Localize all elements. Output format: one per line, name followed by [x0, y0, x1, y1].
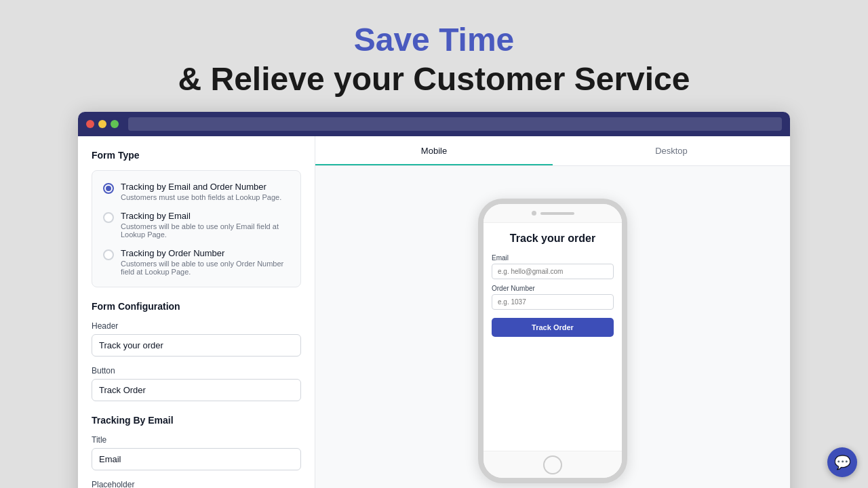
radio-option-email-order[interactable]: Tracking by Email and Order Number Custo…	[103, 182, 290, 201]
phone-speaker	[540, 212, 574, 215]
chat-bubble[interactable]: 💬	[827, 447, 857, 477]
button-input[interactable]	[92, 379, 301, 401]
button-field-label: Button	[92, 366, 301, 375]
phone-order-label: Order Number	[492, 285, 614, 292]
title-field-label: Title	[92, 435, 301, 445]
browser-address-bar[interactable]	[128, 117, 782, 131]
radio-email-only-desc: Customers will be able to use only Email…	[121, 222, 290, 239]
header-field-label: Header	[92, 321, 301, 331]
form-config-title: Form Configuration	[92, 301, 301, 312]
header-input[interactable]	[92, 334, 301, 357]
right-panel: Mobile Desktop Track your order Email	[315, 136, 790, 488]
phone-bottom	[484, 451, 622, 478]
placeholder-field-label: Placeholder	[92, 480, 301, 488]
form-type-section: Tracking by Email and Order Number Custo…	[92, 170, 301, 287]
placeholder-field-group: Placeholder	[92, 480, 301, 488]
chat-icon: 💬	[834, 454, 851, 470]
tab-desktop[interactable]: Desktop	[553, 136, 790, 165]
radio-option-email-only[interactable]: Tracking by Email Customers will be able…	[103, 211, 290, 239]
browser-toolbar	[78, 112, 790, 136]
header-field-group: Header	[92, 321, 301, 357]
radio-order-only[interactable]	[103, 249, 114, 260]
browser-body: Form Type Tracking by Email and Order Nu…	[78, 136, 790, 488]
radio-email-order-desc: Customers must use both fields at Lookup…	[121, 193, 281, 201]
tracking-email-title: Tracking By Email	[92, 415, 301, 426]
button-field-group: Button	[92, 366, 301, 401]
browser-dot-yellow	[98, 120, 106, 128]
browser-dot-red	[86, 120, 94, 128]
radio-email-order[interactable]	[103, 183, 114, 194]
radio-email-only[interactable]	[103, 212, 114, 223]
radio-email-only-label: Tracking by Email	[121, 211, 290, 221]
title-field-group: Title	[92, 435, 301, 470]
phone-order-input[interactable]	[492, 294, 614, 310]
form-config-section: Form Configuration Header Button	[92, 301, 301, 401]
browser-dot-green	[111, 120, 119, 128]
phone-form-title: Track your order	[492, 232, 614, 245]
radio-order-only-desc: Customers will be able to use only Order…	[121, 260, 290, 276]
browser-mockup: Form Type Tracking by Email and Order Nu…	[78, 112, 790, 488]
radio-option-order-only[interactable]: Tracking by Order Number Customers will …	[103, 248, 290, 276]
phone-mockup: Track your order Email Order Number Trac…	[478, 199, 627, 483]
preview-area: Track your order Email Order Number Trac…	[315, 166, 790, 488]
phone-content: Track your order Email Order Number Trac…	[484, 223, 622, 451]
phone-home-button[interactable]	[543, 455, 562, 474]
phone-camera	[532, 211, 536, 216]
page-header: Save Time & Relieve your Customer Servic…	[0, 0, 868, 112]
tracking-email-section: Tracking By Email Title Placeholder	[92, 415, 301, 488]
headline-dark: & Relieve your Customer Service	[178, 61, 690, 97]
left-panel: Form Type Tracking by Email and Order Nu…	[78, 136, 315, 488]
phone-email-input[interactable]	[492, 264, 614, 279]
view-tabs: Mobile Desktop	[315, 136, 790, 166]
phone-track-button[interactable]: Track Order	[492, 318, 614, 337]
form-type-title: Form Type	[92, 150, 301, 161]
tab-mobile[interactable]: Mobile	[315, 136, 553, 165]
radio-email-order-label: Tracking by Email and Order Number	[121, 182, 281, 192]
title-input[interactable]	[92, 448, 301, 470]
phone-email-label: Email	[492, 254, 614, 262]
headline-colored: Save Time	[354, 22, 515, 58]
phone-notch	[484, 204, 622, 223]
radio-order-only-label: Tracking by Order Number	[121, 248, 290, 258]
